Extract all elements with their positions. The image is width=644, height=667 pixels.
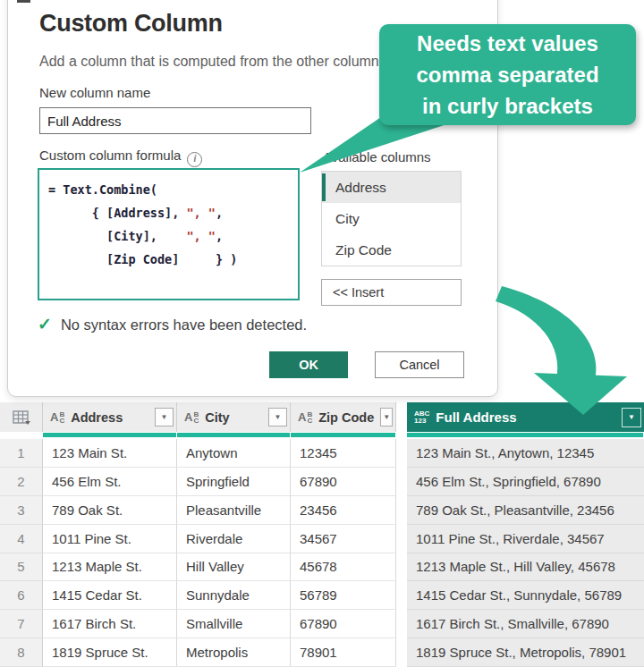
cell-zip[interactable]: 34567	[291, 525, 396, 553]
cell-address[interactable]: 1213 Maple St.	[43, 553, 177, 582]
row-number[interactable]: 2	[0, 468, 43, 496]
check-icon: ✓	[38, 315, 52, 334]
quality-bar-segment	[291, 432, 396, 439]
row-number[interactable]: 5	[0, 553, 43, 582]
cell-zip[interactable]: 67890	[291, 468, 396, 496]
table-row: 2 456 Elm St. Springfield 67890 456 Elm …	[0, 468, 644, 496]
cell-full-address[interactable]: 1617 Birch St., Smallville, 67890	[407, 610, 644, 638]
column-gap	[396, 525, 407, 553]
quality-bar-segment	[407, 432, 644, 439]
column-gap	[396, 402, 407, 432]
ok-button[interactable]: OK	[269, 351, 348, 378]
cell-address[interactable]: 1819 Spruce St.	[43, 638, 177, 667]
new-column-name-input[interactable]	[39, 107, 311, 134]
any-type-icon: ABC123	[414, 410, 429, 425]
row-number[interactable]: 4	[0, 525, 43, 553]
table-row: 7 1617 Birch St. Smallville 67890 1617 B…	[0, 610, 644, 638]
page-title: Custom Column	[39, 10, 223, 38]
cell-city[interactable]: Anytown	[177, 439, 291, 468]
selection-bar	[322, 173, 326, 201]
column-gap	[396, 553, 407, 582]
table-row: 6 1415 Cedar St. Sunnydale 56789 1415 Ce…	[0, 581, 644, 610]
table-corner-cell[interactable]	[0, 402, 43, 432]
available-columns-label: Available columns	[323, 149, 431, 165]
filter-icon[interactable]: ▼	[268, 408, 287, 426]
formula-editor[interactable]: = Text.Combine( { [Address], ", ", [City…	[38, 168, 300, 300]
list-item-zip-code[interactable]: Zip Code	[322, 234, 461, 266]
column-gap	[396, 468, 407, 496]
insert-button[interactable]: << Insert	[321, 279, 462, 306]
table-row: 8 1819 Spruce St. Metropolis 78901 1819 …	[0, 638, 644, 667]
cell-zip[interactable]: 56789	[291, 581, 396, 610]
cell-zip[interactable]: 23456	[291, 496, 396, 525]
callout-text: comma separated	[379, 59, 636, 90]
callout: Needs text values comma separated in cur…	[379, 24, 636, 125]
callout-text: in curly brackets	[379, 90, 636, 122]
cell-zip[interactable]: 67890	[291, 610, 396, 638]
window-artifact	[17, 0, 30, 3]
formula-line: [City], ", ",	[48, 224, 298, 248]
table-row: 4 1011 Pine St. Riverdale 34567 1011 Pin…	[0, 525, 644, 553]
filter-icon[interactable]: ▼	[622, 408, 641, 427]
cell-full-address[interactable]: 123 Main St., Anytown, 12345	[407, 439, 644, 468]
text-type-icon: ABC	[298, 411, 312, 424]
formula-line: [Zip Code] } )	[48, 248, 298, 271]
row-number[interactable]: 7	[0, 610, 43, 638]
cell-city[interactable]: Sunnydale	[177, 581, 291, 610]
syntax-status: ✓No syntax errors have been detected.	[38, 314, 307, 334]
row-number[interactable]: 6	[0, 581, 43, 610]
cell-full-address[interactable]: 1011 Pine St., Riverdale, 34567	[407, 525, 644, 553]
list-item-city[interactable]: City	[322, 203, 461, 234]
cell-full-address[interactable]: 1819 Spruce St., Metropolis, 78901	[407, 638, 644, 667]
cell-city[interactable]: Smallville	[177, 610, 291, 638]
column-gap	[396, 638, 407, 667]
cancel-button[interactable]: Cancel	[375, 351, 464, 378]
cell-address[interactable]: 456 Elm St.	[43, 468, 177, 496]
cell-full-address[interactable]: 1415 Cedar St., Sunnydale, 56789	[407, 581, 644, 610]
available-columns-list: Address City Zip Code	[321, 171, 462, 266]
text-type-icon: ABC	[50, 411, 64, 424]
cell-address[interactable]: 123 Main St.	[43, 439, 177, 468]
cell-address[interactable]: 1011 Pine St.	[43, 525, 177, 553]
cell-city[interactable]: Hill Valley	[177, 553, 291, 582]
cell-city[interactable]: Riverdale	[177, 525, 291, 553]
dialog-subtitle: Add a column that is computed from the o…	[39, 54, 390, 70]
cell-zip[interactable]: 12345	[291, 439, 396, 468]
column-header-full-address[interactable]: ABC123 Full Address ▼	[407, 402, 644, 432]
header-row: ABC Address ▼ ABC City ▼ ABC Zip Code ▼ …	[0, 402, 644, 432]
filter-icon[interactable]: ▼	[155, 408, 174, 426]
filter-icon[interactable]: ▼	[380, 408, 393, 426]
cell-full-address[interactable]: 789 Oak St., Pleasantville, 23456	[407, 496, 644, 525]
cell-city[interactable]: Springfield	[177, 468, 291, 496]
column-gap	[396, 610, 407, 638]
cell-city[interactable]: Pleasantville	[177, 496, 291, 525]
table-row: 5 1213 Maple St. Hill Valley 45678 1213 …	[0, 553, 644, 582]
cell-full-address[interactable]: 456 Elm St., Springfield, 67890	[407, 468, 644, 496]
quality-bar-segment	[43, 432, 177, 439]
column-gap	[396, 581, 407, 610]
table-icon	[13, 410, 30, 425]
formula-line: = Text.Combine(	[48, 178, 298, 201]
cell-city[interactable]: Metropolis	[177, 638, 291, 667]
column-header-zip-code[interactable]: ABC Zip Code ▼	[291, 402, 396, 432]
cell-full-address[interactable]: 1213 Maple St., Hill Valley, 45678	[407, 553, 644, 582]
cell-address[interactable]: 1617 Birch St.	[43, 610, 177, 638]
column-header-address[interactable]: ABC Address ▼	[43, 402, 177, 432]
formula-label: Custom column formulai	[39, 148, 202, 167]
column-gap	[396, 439, 407, 468]
info-icon: i	[187, 152, 202, 167]
row-number[interactable]: 3	[0, 496, 43, 525]
row-number[interactable]: 1	[0, 439, 43, 468]
row-number[interactable]: 8	[0, 638, 43, 667]
quality-bar-row	[0, 432, 644, 439]
list-item-address[interactable]: Address	[322, 172, 461, 203]
cell-address[interactable]: 1415 Cedar St.	[43, 581, 177, 610]
table-row: 1 123 Main St. Anytown 12345 123 Main St…	[0, 439, 644, 468]
cell-zip[interactable]: 78901	[291, 638, 396, 667]
cell-zip[interactable]: 45678	[291, 553, 396, 582]
cell-address[interactable]: 789 Oak St.	[43, 496, 177, 525]
data-table: ABC Address ▼ ABC City ▼ ABC Zip Code ▼ …	[0, 402, 644, 667]
column-header-city[interactable]: ABC City ▼	[177, 402, 291, 432]
column-gap	[396, 496, 407, 525]
table-row: 3 789 Oak St. Pleasantville 23456 789 Oa…	[0, 496, 644, 525]
